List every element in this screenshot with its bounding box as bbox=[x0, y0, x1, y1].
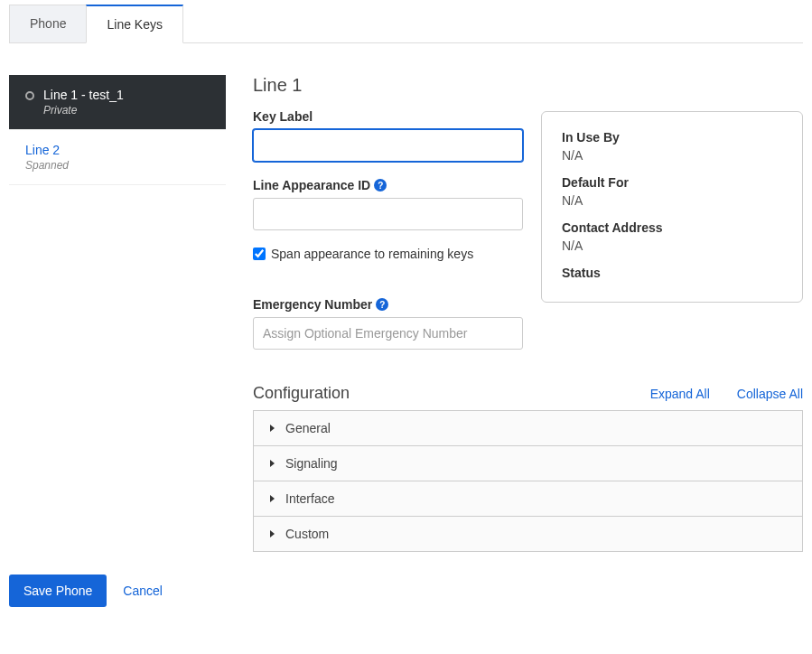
accordion-label: General bbox=[285, 421, 331, 435]
emergency-number-text: Emergency Number bbox=[253, 297, 372, 312]
caret-right-icon bbox=[270, 495, 275, 502]
line-appearance-id-input[interactable] bbox=[253, 198, 523, 230]
accordion-signaling[interactable]: Signaling bbox=[254, 446, 802, 481]
accordion-general[interactable]: General bbox=[254, 411, 802, 446]
span-checkbox-label: Span appearance to remaining keys bbox=[271, 247, 473, 261]
span-checkbox[interactable] bbox=[253, 248, 266, 260]
key-label-label: Key Label bbox=[253, 109, 523, 124]
sidebar-item-title: Line 1 - test_1 bbox=[43, 88, 124, 102]
default-for-value: N/A bbox=[562, 193, 782, 208]
contact-address-label: Contact Address bbox=[562, 220, 782, 235]
sidebar-item-title: Line 2 bbox=[25, 143, 210, 157]
config-accordion: General Signaling Interface Custom bbox=[253, 410, 803, 552]
default-for-label: Default For bbox=[562, 175, 782, 190]
collapse-all-link[interactable]: Collapse All bbox=[737, 387, 803, 401]
tabs-bar: Phone Line Keys bbox=[9, 5, 803, 43]
contact-address-value: N/A bbox=[562, 238, 782, 253]
accordion-label: Signaling bbox=[285, 456, 338, 471]
info-card: In Use By N/A Default For N/A Contact Ad… bbox=[541, 111, 803, 303]
in-use-by-value: N/A bbox=[562, 148, 782, 163]
cancel-button[interactable]: Cancel bbox=[123, 584, 163, 598]
accordion-label: Interface bbox=[285, 491, 334, 506]
tab-phone[interactable]: Phone bbox=[9, 5, 86, 42]
sidebar-item-line1[interactable]: Line 1 - test_1 Private bbox=[9, 75, 226, 130]
line-appearance-id-text: Line Appearance ID bbox=[253, 178, 370, 192]
expand-all-link[interactable]: Expand All bbox=[650, 387, 710, 401]
tab-line-keys[interactable]: Line Keys bbox=[86, 5, 182, 43]
caret-right-icon bbox=[270, 425, 275, 432]
sidebar-item-line2[interactable]: Line 2 Spanned bbox=[9, 130, 226, 185]
emergency-number-input[interactable] bbox=[253, 317, 523, 350]
save-button[interactable]: Save Phone bbox=[9, 575, 107, 607]
line-appearance-id-label: Line Appearance ID ? bbox=[253, 178, 523, 192]
radio-icon bbox=[25, 91, 34, 100]
help-icon[interactable]: ? bbox=[374, 179, 387, 192]
help-icon[interactable]: ? bbox=[376, 298, 388, 311]
caret-right-icon bbox=[270, 460, 275, 467]
caret-right-icon bbox=[270, 530, 275, 537]
line-sidebar: Line 1 - test_1 Private Line 2 Spanned bbox=[9, 75, 226, 552]
page-title: Line 1 bbox=[253, 75, 523, 96]
status-label: Status bbox=[562, 266, 782, 280]
sidebar-item-subtitle: Spanned bbox=[25, 159, 210, 172]
in-use-by-label: In Use By bbox=[562, 130, 782, 145]
key-label-input[interactable] bbox=[253, 129, 523, 162]
accordion-custom[interactable]: Custom bbox=[254, 517, 802, 551]
configuration-heading: Configuration bbox=[253, 384, 350, 403]
accordion-label: Custom bbox=[285, 527, 329, 541]
accordion-interface[interactable]: Interface bbox=[254, 481, 802, 517]
sidebar-item-subtitle: Private bbox=[43, 104, 124, 117]
emergency-number-label: Emergency Number ? bbox=[253, 297, 523, 312]
footer: Save Phone Cancel bbox=[0, 552, 812, 621]
